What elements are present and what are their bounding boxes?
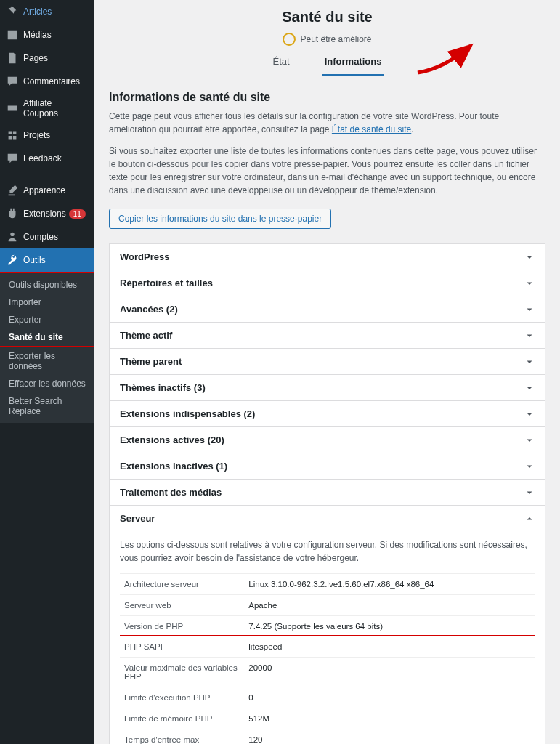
sidebar-item-commentaires[interactable]: Commentaires [0,70,94,93]
tab-info[interactable]: Informations [322,56,385,76]
server-description: Les options ci-dessous sont relatives à … [120,538,535,565]
accordion-section: Traitement des médias [110,479,545,505]
page-icon [6,52,19,65]
update-badge: 11 [69,209,86,219]
sidebar-item-extensions[interactable]: Extensions11 [0,202,94,225]
accordion-section: Extensions inactives (1) [110,453,545,479]
section-heading: Informations de santé du site [109,91,545,104]
sidebar-item-outils[interactable]: Outils [0,248,94,273]
table-row: Version de PHP7.4.25 (Supporte les valeu… [120,616,535,636]
sidebar-item-comptes[interactable]: Comptes [0,225,94,248]
info-value: Linux 3.10.0-962.3.2.lve1.5.60.el7.x86_6… [244,574,535,595]
chevron-down-icon [524,357,535,367]
info-label: Serveur web [120,595,244,616]
submenu-item-importer[interactable]: Importer [0,294,94,311]
site-health-status-link[interactable]: État de santé du site [332,124,411,134]
submenu-item-effacer-les-données[interactable]: Effacer les données [0,375,94,392]
table-row: Limite d'exécution PHP0 [120,687,535,708]
submenu-tools: Outils disponiblesImporterExporterSanté … [0,273,94,423]
tab-status[interactable]: État [270,56,293,76]
table-row: Valeur maximale des variables PHP20000 [120,658,535,687]
sidebar-item-médias[interactable]: Médias [0,23,94,46]
chevron-down-icon [524,435,535,445]
users-icon [6,230,19,243]
table-row: PHP SAPIlitespeed [120,636,535,658]
accordion-header[interactable]: Thème parent [110,349,545,374]
info-label: Limite de mémoire PHP [120,708,244,729]
accordion-header[interactable]: Traitement des médias [110,480,545,505]
pin-icon [6,5,19,18]
site-health-tabs: État Informations [109,56,545,76]
brush-icon [6,184,19,197]
status-circle-icon [283,33,296,46]
accordion-section: Extensions indispensables (2) [110,400,545,426]
svg-point-0 [10,232,14,236]
plugin-icon [6,207,19,220]
chevron-down-icon [524,461,535,472]
chevron-down-icon [524,331,535,341]
sidebar-item-affiliate-coupons[interactable]: Affiliate Coupons [0,93,94,124]
page-title: Santé du site [109,9,545,25]
feedback-icon [6,152,19,165]
chevron-down-icon [524,304,535,315]
sidebar-item-apparence[interactable]: Apparence [0,179,94,202]
sidebar-item-projets[interactable]: Projets [0,124,94,147]
submenu-item-better-search-replace[interactable]: Better Search Replace [0,392,94,420]
accordion-header[interactable]: Répertoires et tailles [110,270,545,296]
table-row: Architecture serveurLinux 3.10.0-962.3.2… [120,574,535,595]
accordion-header[interactable]: Extensions inactives (1) [110,453,545,479]
info-value: 0 [244,687,535,708]
intro-paragraph-2: Si vous souhaitez exporter une liste de … [109,145,545,197]
accordion-header[interactable]: Avancées (2) [110,296,545,322]
chevron-down-icon [524,409,535,419]
chevron-down-icon [524,383,535,393]
main-content: Santé du site Peut être amélioré État In… [94,0,560,744]
accordion-header[interactable]: Extensions actives (20) [110,427,545,453]
info-value: litespeed [244,636,535,658]
chevron-down-icon [524,252,535,262]
accordion-section: Répertoires et tailles [110,270,545,296]
accordion-section: Thème parent [110,348,545,374]
accordion-body-server: Les options ci-dessous sont relatives à … [110,531,545,744]
info-value: 20000 [244,658,535,687]
accordion-section: Extensions actives (20) [110,426,545,453]
accordion-header-server[interactable]: Serveur [110,506,545,531]
sidebar-item-pages[interactable]: Pages [0,46,94,70]
chevron-down-icon [524,278,535,288]
submenu-item-santé-du-site[interactable]: Santé du site [0,328,94,347]
sidebar-item-feedback[interactable]: Feedback [0,147,94,170]
intro-paragraph-1: Cette page peut vous afficher tous les d… [109,110,545,136]
info-value: 7.4.25 (Supporte les valeurs 64 bits) [244,616,535,636]
accordion-header[interactable]: Thèmes inactifs (3) [110,375,545,400]
server-info-table: Architecture serveurLinux 3.10.0-962.3.2… [120,573,535,744]
info-label: Valeur maximale des variables PHP [120,658,244,687]
sidebar-item-articles[interactable]: Articles [0,0,94,23]
submenu-item-exporter-les-données[interactable]: Exporter les données [0,347,94,375]
admin-sidebar: ArticlesMédiasPagesCommentairesAffiliate… [0,0,94,744]
projects-icon [6,129,19,142]
submenu-item-exporter[interactable]: Exporter [0,311,94,328]
accordion-section-server: Serveur Les options ci-dessous sont rela… [110,505,545,744]
accordion-header[interactable]: Thème actif [110,323,545,348]
accordion-header[interactable]: Extensions indispensables (2) [110,401,545,426]
info-value: 120 [244,729,535,745]
info-label: PHP SAPI [120,636,244,658]
chevron-up-icon [524,514,535,524]
media-icon [6,28,19,41]
table-row: Serveur webApache [120,595,535,616]
ticket-icon [6,102,19,115]
tools-icon [6,254,19,267]
table-row: Limite de mémoire PHP512M [120,708,535,729]
chevron-down-icon [524,488,535,498]
submenu-item-outils-disponibles[interactable]: Outils disponibles [0,276,94,294]
copy-site-info-button[interactable]: Copier les informations du site dans le … [109,209,331,229]
info-label: Version de PHP [120,616,244,636]
accordion-section: Avancées (2) [110,296,545,322]
info-value: 512M [244,708,535,729]
info-label: Temps d'entrée max [120,729,244,745]
info-label: Limite d'exécution PHP [120,687,244,708]
accordion-header[interactable]: WordPress [110,244,545,270]
info-label: Architecture serveur [120,574,244,595]
accordion-section: Thèmes inactifs (3) [110,374,545,400]
table-row: Temps d'entrée max120 [120,729,535,745]
